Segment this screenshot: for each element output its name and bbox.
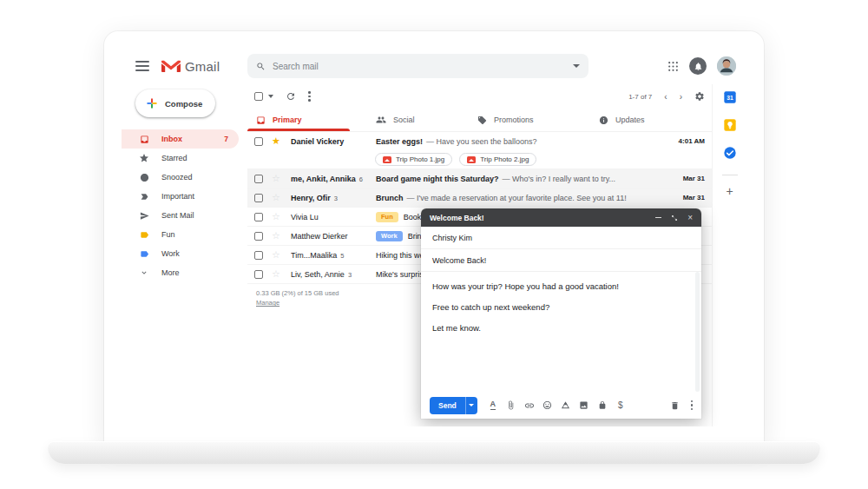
user-avatar[interactable] <box>717 56 736 76</box>
star-icon[interactable]: ☆ <box>272 269 282 279</box>
tasks-icon[interactable] <box>722 145 737 160</box>
row-checkbox[interactable] <box>254 232 263 241</box>
side-panel: 31 + <box>712 84 746 426</box>
sidebar-item-inbox[interactable]: Inbox 7 <box>122 129 239 149</box>
sidebar-item-important[interactable]: Important <box>122 187 239 206</box>
older-page-icon[interactable]: › <box>680 92 682 102</box>
star-icon[interactable]: ☆ <box>272 231 282 241</box>
body-paragraph: Let me know. <box>432 323 690 333</box>
tab-label: Updates <box>615 116 645 124</box>
sidebar-item-work[interactable]: Work <box>122 244 239 263</box>
email-sender: Tim...Maalika <box>291 251 337 260</box>
insert-emoji-icon[interactable] <box>542 400 553 411</box>
calendar-icon[interactable]: 31 <box>722 89 737 104</box>
sidebar-item-label: Inbox <box>161 135 182 143</box>
search-bar[interactable] <box>247 54 589 78</box>
expand-icon[interactable] <box>671 215 678 221</box>
select-dropdown-arrow-icon[interactable] <box>268 95 273 98</box>
attach-file-icon[interactable] <box>506 400 516 411</box>
keep-notes-icon[interactable] <box>722 117 737 132</box>
tag-icon <box>477 116 487 125</box>
send-button[interactable]: Send <box>430 397 465 414</box>
compose-button[interactable]: Compose <box>135 89 215 117</box>
delete-draft-icon[interactable] <box>670 400 680 411</box>
app-name: Gmail <box>185 59 220 74</box>
row-checkbox[interactable] <box>254 194 263 202</box>
label-chip-fun[interactable]: Fun <box>376 212 398 222</box>
formatting-icon[interactable]: A <box>488 400 498 411</box>
confidential-mode-icon[interactable] <box>597 400 608 411</box>
minimize-icon[interactable] <box>655 217 661 219</box>
recipient-value: Christy Kim <box>432 234 472 242</box>
email-row[interactable]: ★ Daniel Vickery Easter eggs! — Have you… <box>247 132 712 169</box>
row-checkbox[interactable] <box>254 213 263 221</box>
subject-value: Welcome Back! <box>432 256 486 265</box>
email-row[interactable]: ☆ me, Ankit, Annika6 Board game night th… <box>247 169 712 188</box>
body-paragraph: Free to catch up next weekend? <box>432 302 690 312</box>
email-time: Mar 31 <box>683 194 705 202</box>
sidebar-item-more[interactable]: More <box>122 263 239 282</box>
email-sender: Henry, Ofir <box>291 194 331 202</box>
sidebar-item-label: Starred <box>161 154 187 162</box>
sidebar-item-fun[interactable]: Fun <box>122 225 239 244</box>
tab-social[interactable]: Social <box>367 109 469 131</box>
more-options-icon[interactable] <box>691 400 694 411</box>
side-panel-divider <box>722 175 738 175</box>
insert-link-icon[interactable] <box>524 400 535 411</box>
row-checkbox[interactable] <box>254 175 263 183</box>
insert-drive-icon[interactable] <box>561 400 571 411</box>
star-icon[interactable]: ☆ <box>272 212 282 221</box>
email-row[interactable]: ☆ Henry, Ofir3 Brunch — I've made a rese… <box>247 188 712 208</box>
attachment-chip[interactable]: Trip Photo 1.jpg <box>375 153 452 166</box>
gmail-m-icon <box>161 59 181 74</box>
category-tabs: Primary Social Promotions Updates <box>247 109 712 132</box>
recipient-field[interactable]: Christy Kim <box>421 227 701 249</box>
manage-storage-link[interactable]: Manage <box>256 299 279 307</box>
more-options-icon[interactable] <box>308 91 311 102</box>
hamburger-menu-icon[interactable] <box>135 61 149 71</box>
newer-page-icon[interactable]: ‹ <box>664 92 667 102</box>
settings-gear-icon[interactable] <box>694 91 705 102</box>
tab-promotions[interactable]: Promotions <box>469 109 590 131</box>
email-sender: Daniel Vickery <box>291 137 344 146</box>
get-add-ons-icon[interactable]: + <box>726 184 733 198</box>
row-checkbox[interactable] <box>254 137 263 146</box>
sidebar: Compose Inbox 7 Starred <box>122 84 247 426</box>
tab-primary[interactable]: Primary <box>247 109 367 131</box>
insert-photo-icon[interactable] <box>579 400 589 411</box>
info-icon <box>599 116 608 125</box>
row-checkbox[interactable] <box>254 251 263 260</box>
money-icon[interactable]: $ <box>615 400 626 411</box>
message-body[interactable]: How was your trip? Hope you had a good v… <box>421 272 701 392</box>
pagination-label: 1-7 of 7 <box>628 93 652 101</box>
sidebar-item-sent-mail[interactable]: Sent Mail <box>122 206 239 225</box>
star-icon[interactable]: ☆ <box>272 193 282 202</box>
select-all-checkbox[interactable] <box>254 92 263 101</box>
thread-count: 3 <box>348 271 352 279</box>
sidebar-item-starred[interactable]: Starred <box>122 149 239 168</box>
search-input[interactable] <box>273 62 573 71</box>
tab-updates[interactable]: Updates <box>590 109 703 131</box>
thread-count: 5 <box>340 252 344 260</box>
subject-field[interactable]: Welcome Back! <box>421 249 701 272</box>
compose-scrollbar[interactable] <box>695 272 700 392</box>
label-yellow-icon <box>139 229 149 240</box>
label-chip-work[interactable]: Work <box>376 231 403 241</box>
refresh-icon[interactable] <box>286 91 296 102</box>
star-icon[interactable]: ☆ <box>272 174 282 183</box>
send-options-arrow-icon[interactable] <box>465 397 477 414</box>
star-icon[interactable]: ★ <box>272 136 282 146</box>
compose-window: Welcome Back! × Christy Kim Welcome Back… <box>421 208 701 419</box>
notifications-bell-icon[interactable] <box>689 57 707 75</box>
apps-grid-icon[interactable] <box>667 61 679 72</box>
search-options-arrow-icon[interactable] <box>573 64 580 68</box>
compose-header[interactable]: Welcome Back! × <box>421 208 701 227</box>
chevron-down-icon <box>139 268 149 278</box>
sidebar-item-snoozed[interactable]: Snoozed <box>122 168 239 187</box>
attachment-chip[interactable]: Trip Photo 2.jpg <box>459 153 536 166</box>
inbox-unread-count: 7 <box>224 135 228 143</box>
thread-count: 3 <box>334 195 338 202</box>
row-checkbox[interactable] <box>254 270 263 279</box>
close-icon[interactable]: × <box>687 214 693 222</box>
star-icon[interactable]: ☆ <box>272 250 282 260</box>
